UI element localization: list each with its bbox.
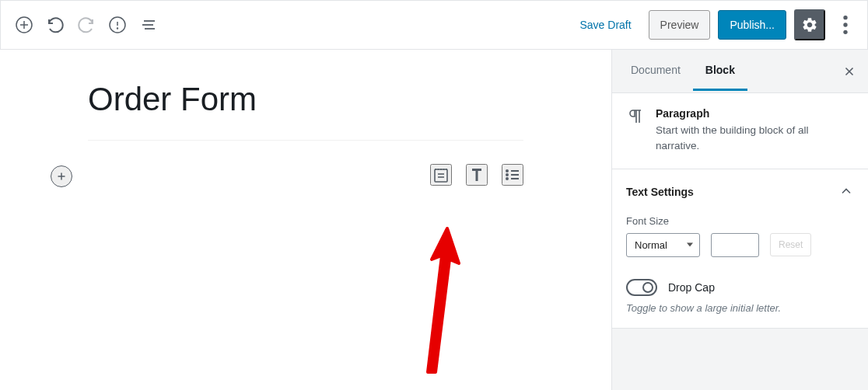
settings-button[interactable] [794, 9, 825, 40]
tab-block[interactable]: Block [693, 51, 747, 91]
top-toolbar: Save Draft Preview Publish... [0, 0, 868, 50]
text-settings-title: Text Settings [626, 186, 694, 198]
inserter-row [88, 164, 523, 186]
sidebar: Document Block Paragraph Start with the … [611, 50, 868, 390]
font-size-reset-button[interactable]: Reset [770, 233, 811, 256]
font-size-custom-input[interactable] [711, 233, 759, 257]
gear-icon [801, 16, 818, 33]
chevron-up-icon [838, 183, 854, 201]
save-draft-button[interactable]: Save Draft [570, 12, 640, 37]
paragraph-icon [626, 107, 645, 155]
page-title[interactable]: Order Form [88, 81, 523, 141]
font-size-select[interactable]: Normal [626, 233, 700, 257]
heading-icon [467, 165, 486, 184]
close-icon [842, 64, 856, 78]
undo-button[interactable] [41, 11, 69, 39]
text-settings-header[interactable]: Text Settings [626, 183, 854, 201]
toolbar-right: Save Draft Preview Publish... [570, 9, 858, 40]
svg-point-11 [843, 30, 847, 34]
svg-point-19 [506, 174, 508, 176]
editor-area: Order Form [0, 50, 611, 390]
preview-button[interactable]: Preview [649, 10, 711, 40]
svg-rect-14 [435, 169, 447, 182]
form-icon [432, 165, 450, 184]
list-icon [503, 165, 522, 184]
add-block-inline-button[interactable] [51, 165, 72, 187]
add-block-button[interactable] [10, 11, 38, 39]
toolbar-left [10, 11, 163, 39]
drop-cap-label: Drop Cap [668, 281, 715, 294]
block-description: Start with the building block of all nar… [656, 123, 854, 155]
tab-document[interactable]: Document [618, 51, 693, 91]
heading-block-button[interactable] [466, 164, 488, 186]
drop-cap-help: Toggle to show a large initial letter. [626, 302, 854, 314]
body-wrap: Order Form [0, 50, 868, 390]
annotation-arrow [389, 217, 490, 390]
svg-point-10 [843, 23, 847, 26]
redo-button[interactable] [72, 11, 100, 39]
sidebar-tabs: Document Block [612, 50, 868, 93]
form-block-button[interactable] [430, 164, 452, 186]
svg-point-20 [506, 178, 508, 179]
text-settings-panel: Text Settings Font Size Normal Reset Dro… [612, 169, 868, 329]
svg-point-18 [506, 170, 508, 172]
content-structure-button[interactable] [103, 11, 131, 39]
block-name: Paragraph [656, 107, 854, 120]
drop-cap-toggle[interactable] [626, 279, 657, 296]
more-vertical-icon [833, 12, 858, 37]
block-area [88, 164, 523, 186]
font-size-label: Font Size [626, 215, 854, 227]
publish-button[interactable]: Publish... [718, 10, 786, 40]
block-description-panel: Paragraph Start with the building block … [612, 93, 868, 169]
svg-point-5 [117, 28, 118, 29]
sidebar-close-button[interactable] [837, 59, 862, 84]
block-navigation-button[interactable] [135, 11, 163, 39]
plus-icon [54, 169, 68, 183]
list-block-button[interactable] [502, 164, 523, 186]
editor-content: Order Form [41, 81, 570, 186]
more-options-button[interactable] [833, 9, 858, 40]
svg-point-9 [843, 16, 847, 19]
